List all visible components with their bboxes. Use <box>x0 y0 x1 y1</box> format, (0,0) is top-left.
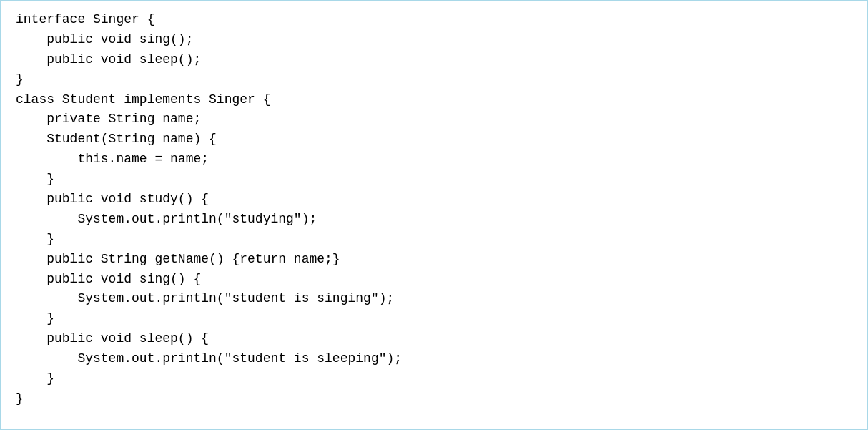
code-editor: interface Singer { public void sing(); p… <box>0 0 868 430</box>
code-content: interface Singer { public void sing(); p… <box>16 10 852 409</box>
